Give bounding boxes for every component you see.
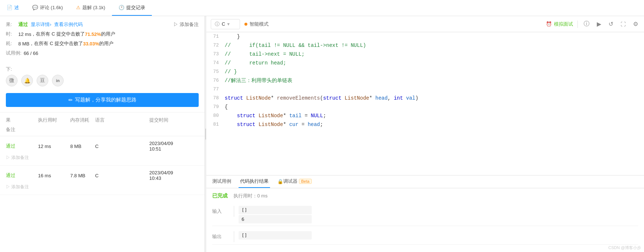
debugger-label: 调试器 (283, 178, 297, 185)
bottom-tabs: 测试用例 代码执行结果 🔒 调试器 Beta (206, 175, 644, 188)
input-row: 输入 [] 6 (212, 204, 638, 226)
mem-label: 耗: (6, 40, 16, 47)
row1-result: 通过 (6, 143, 35, 149)
beta-badge: Beta (299, 179, 312, 184)
douban-icon[interactable]: 豆 (37, 75, 48, 86)
result-section: 果: 通过 显示详情› 查看示例代码 ▷ 添加备注 时: 12 ms ，在所有 … (0, 16, 205, 64)
undo-icon-button[interactable]: ↺ (607, 19, 615, 29)
result-label: 果: (6, 21, 16, 28)
time-value: 12 ms (18, 32, 31, 37)
info-icon-button[interactable]: ⓘ (582, 19, 591, 29)
watermark: CSDN @博客小步 (609, 245, 641, 251)
bell-icon[interactable]: 🔔 (21, 75, 33, 86)
output-label: 输出 (212, 231, 234, 242)
row1-time: 12 ms (38, 144, 67, 149)
row2-memory: 7.8 MB (70, 173, 92, 178)
flag-icon-button[interactable]: ▶ (595, 19, 603, 29)
line-num-78: 78 (206, 94, 225, 103)
weibo-icon[interactable]: 微 (6, 75, 18, 86)
execution-status-row: 已完成 执行用时：0 ms (212, 193, 638, 199)
code-editor[interactable]: 71 } 72 // if(tail != NULL && tail->next… (206, 32, 644, 175)
tab-testcase[interactable]: 测试用例 (211, 175, 233, 188)
view-example-link[interactable]: 查看示例代码 (54, 21, 83, 28)
table-row[interactable]: 通过 16 ms 7.8 MB C 2023/04/09 10:43 ▷ 添加备… (0, 166, 205, 195)
execution-time: 执行用时：0 ms (233, 193, 267, 199)
show-detail-link[interactable]: 显示详情› (31, 21, 51, 28)
line-num-71: 71 (206, 32, 225, 41)
line-num-73: 73 (206, 50, 225, 59)
result-row-mem: 耗: 8 MB ，在所有 C 提交中击败了 33.03% 的用户 (6, 40, 199, 47)
clock-icon: 🕐 (119, 5, 124, 10)
pencil-icon: ✏ (68, 97, 73, 103)
code-line-74: 74 // return head; (206, 59, 644, 67)
tab-comments[interactable]: 💬 评论 (1.6k) (26, 0, 70, 16)
header-time: 执行用时 (38, 117, 67, 123)
row1-memory: 8 MB (70, 144, 92, 149)
share-section: 下: 微 🔔 豆 in (0, 64, 205, 89)
row1-add-note[interactable]: ▷ 添加备注 (6, 155, 35, 161)
description-icon: 📄 (7, 5, 12, 10)
line-num-74: 74 (206, 59, 225, 67)
line-content-77 (225, 85, 644, 94)
row2-add-note[interactable]: ▷ 添加备注 (6, 184, 35, 190)
chevron-down-icon: ▾ (227, 21, 230, 27)
result-row-testcase: 试用例: 66 / 66 (6, 50, 199, 56)
expand-icon-button[interactable]: ⛶ (619, 20, 627, 29)
toolbar-divider-1 (577, 21, 578, 28)
right-panel: ⓘ C ▾ 智能模式 ⏰ 模拟面试 ⓘ ▶ ↺ ⛶ ⚙ (206, 16, 644, 252)
tab-submissions[interactable]: 🕐 提交记录 (112, 0, 152, 16)
row1-submit-time: 2023/04/09 10:51 (149, 141, 179, 152)
line-num-81: 81 (206, 120, 225, 129)
left-panel: 果: 通过 显示详情› 查看示例代码 ▷ 添加备注 时: 12 ms ，在所有 … (0, 16, 205, 252)
code-line-80: 80 struct ListNode* tail = NULL; (206, 111, 644, 120)
header-memory: 内存消耗 (70, 117, 92, 123)
table-row[interactable]: 通过 12 ms 8 MB C 2023/04/09 10:51 ▷ 添加备注 (0, 136, 205, 166)
code-line-76: 76 //解法三：利用带头的单链表 (206, 76, 644, 85)
clock-green-icon: ⏰ (546, 21, 552, 27)
row1-lang: C (95, 144, 146, 149)
line-content-73: // tail->next = NULL; (225, 50, 644, 59)
tab-debugger[interactable]: 🔒 调试器 Beta (276, 175, 313, 188)
write-solution-button[interactable]: ✏ 写题解，分享我的解题思路 (6, 93, 199, 107)
linkedin-icon[interactable]: in (52, 75, 64, 86)
line-content-72: // if(tail != NULL && tail->next != NULL… (225, 41, 644, 50)
language-label: C (222, 21, 225, 27)
tab-solutions[interactable]: ⚠ 题解 (3.1k) (70, 0, 112, 16)
row2-lang: C (95, 173, 146, 178)
line-content-81: struct ListNode* cur = head; (225, 120, 644, 129)
code-line-79: 79 { (206, 103, 644, 111)
tab-description[interactable]: 📄 述 (0, 0, 26, 16)
tab-execution-result[interactable]: 代码执行结果 (239, 175, 270, 188)
add-note-button[interactable]: ▷ 添加备注 (173, 21, 199, 28)
share-label: 下: (6, 66, 199, 73)
time-stat: ，在所有 C 提交中击败了 (31, 31, 85, 37)
code-line-72: 72 // if(tail != NULL && tail->next != N… (206, 41, 644, 50)
line-content-75: // } (225, 67, 644, 76)
header-lang: 语言 (95, 117, 146, 123)
solutions-icon: ⚠ (76, 5, 80, 10)
mock-interview-button[interactable]: ⏰ 模拟面试 (546, 21, 573, 27)
comments-icon: 💬 (32, 5, 38, 10)
input-value-1: [] (239, 206, 312, 214)
line-num-80: 80 (206, 111, 225, 120)
toolbar-right: ⏰ 模拟面试 ⓘ ▶ ↺ ⛶ ⚙ (546, 19, 640, 29)
mem-unit: 的用户 (99, 40, 113, 47)
line-num-72: 72 (206, 41, 225, 50)
mem-value: 8 MB (18, 41, 29, 47)
smart-mode-indicator: 智能模式 (244, 21, 269, 27)
input-value-2: 6 (239, 215, 312, 223)
row2-time: 16 ms (38, 173, 67, 178)
input-label: 输入 (212, 206, 234, 217)
row2-submit-time: 2023/04/09 10:43 (149, 170, 179, 181)
settings-icon-button[interactable]: ⚙ (632, 19, 640, 29)
execution-status: 已完成 (212, 193, 228, 199)
resize-handle[interactable] (205, 16, 206, 252)
execution-panel: 已完成 执行用时：0 ms 输入 [] 6 输出 [] (206, 188, 644, 252)
test-value: 66 / 66 (24, 51, 38, 56)
line-num-75: 75 (206, 67, 225, 76)
mem-percent: 33.03% (83, 41, 99, 47)
time-percent: 71.52% (85, 32, 101, 37)
language-selector[interactable]: ⓘ C ▾ (211, 19, 240, 29)
code-line-75: 75 // } (206, 67, 644, 76)
testcase-label: 测试用例 (212, 178, 231, 185)
